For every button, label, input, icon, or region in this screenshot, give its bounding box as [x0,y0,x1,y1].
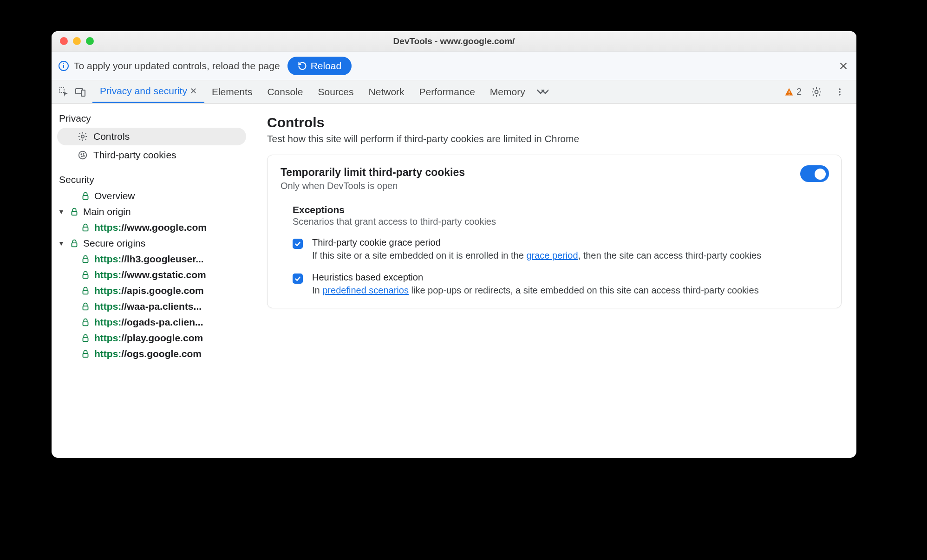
exception-title: Third-party cookie grace period [312,237,761,248]
inspect-element-icon[interactable] [55,84,72,100]
lock-icon [80,191,91,201]
exception-heuristics: Heuristics based exception In predefined… [293,272,828,297]
cookie-controls-card: Temporarily limit third-party cookies On… [267,155,842,308]
close-tab-icon[interactable]: ✕ [190,86,197,96]
devtools-window: DevTools - www.google.com/ To apply your… [52,31,856,458]
settings-icon[interactable] [808,84,825,100]
origin-row[interactable]: https://ogads-pa.clien... [52,314,252,330]
tab-network[interactable]: Network [361,80,412,103]
exception-title: Heuristics based exception [312,272,759,283]
limit-cookies-toggle[interactable] [801,166,828,181]
svg-point-11 [839,88,841,90]
reload-icon [298,61,307,71]
more-tabs-button[interactable] [533,88,552,96]
panel-tabs: Privacy and security ✕ Elements Console … [92,80,552,103]
origin-row[interactable]: https://ogs.google.com [52,346,252,362]
sidebar-section-security: Security [52,170,252,188]
card-title: Temporarily limit third-party cookies [281,166,465,179]
traffic-lights [60,37,94,45]
sidebar-item-overview[interactable]: Overview [52,188,252,204]
tab-elements[interactable]: Elements [204,80,260,103]
page-title: Controls [267,115,842,130]
sidebar: Privacy Controls Third-party cookies Sec… [52,104,252,458]
lock-icon [80,333,91,343]
close-infobar-button[interactable] [837,59,850,72]
sidebar-item-main-origin[interactable]: ▼ Main origin [52,204,252,220]
svg-rect-27 [83,306,88,310]
page-subtitle: Test how this site will perform if third… [267,133,842,144]
titlebar: DevTools - www.google.com/ [52,31,856,52]
lock-icon [80,270,91,280]
lock-icon [80,349,91,359]
svg-rect-21 [72,211,77,215]
origin-row[interactable]: https://waa-pa.clients... [52,299,252,314]
svg-point-19 [84,156,85,156]
lock-icon [80,254,91,264]
exception-grace-period: Third-party cookie grace period If this … [293,237,828,262]
lock-icon [80,317,91,327]
lock-icon [69,207,79,217]
origin-row[interactable]: https://www.google.com [52,220,252,235]
card-subtitle: Only when DevTools is open [281,181,465,191]
sidebar-item-secure-origins[interactable]: ▼ Secure origins [52,235,252,251]
svg-point-14 [81,135,84,138]
svg-point-2 [63,63,64,64]
svg-rect-22 [83,227,88,231]
reload-infobar: To apply your updated controls, reload t… [52,52,856,80]
reload-label: Reload [311,60,342,72]
svg-point-18 [81,156,82,157]
svg-point-10 [815,90,818,93]
grace-period-link[interactable]: grace period [526,250,578,260]
svg-rect-20 [83,195,88,199]
minimize-window-button[interactable] [73,37,81,45]
lock-icon [80,222,91,233]
info-icon [58,60,69,72]
tab-memory[interactable]: Memory [483,80,533,103]
svg-point-12 [839,91,841,93]
collapse-icon[interactable]: ▼ [57,240,65,247]
origin-row[interactable]: https://apis.google.com [52,283,252,299]
device-toolbar-icon[interactable] [72,84,89,100]
lock-icon [80,286,91,296]
svg-rect-23 [72,243,77,247]
panel-body: Privacy Controls Third-party cookies Sec… [52,104,856,458]
svg-rect-30 [83,353,88,357]
sidebar-item-controls[interactable]: Controls [57,128,246,145]
exceptions-subtitle: Scenarios that grant access to third-par… [293,216,828,227]
svg-point-13 [839,94,841,96]
tab-sources[interactable]: Sources [311,80,361,103]
more-options-icon[interactable] [831,84,848,100]
tab-performance[interactable]: Performance [412,80,483,103]
grace-period-checkbox[interactable] [293,239,303,249]
svg-rect-25 [83,274,88,278]
collapse-icon[interactable]: ▼ [57,208,65,215]
svg-rect-26 [83,290,88,294]
predefined-scenarios-link[interactable]: predefined scenarios [322,285,409,295]
maximize-window-button[interactable] [86,37,94,45]
svg-rect-9 [789,94,790,95]
close-window-button[interactable] [60,37,68,45]
lock-icon [80,301,91,312]
origin-row[interactable]: https://lh3.googleuser... [52,251,252,267]
origin-row[interactable]: https://www.gstatic.com [52,267,252,283]
gear-icon [78,131,88,142]
sidebar-item-third-party-cookies[interactable]: Third-party cookies [57,146,246,164]
svg-rect-24 [83,259,88,262]
sidebar-section-privacy: Privacy [52,109,252,127]
svg-rect-5 [59,88,64,92]
lock-icon [69,238,79,248]
exceptions-title: Exceptions [293,204,828,215]
window-title: DevTools - www.google.com/ [52,36,856,46]
issues-counter[interactable]: 2 [784,86,802,97]
toolbar-right: 2 [784,84,853,100]
infobar-text: To apply your updated controls, reload t… [74,60,280,72]
cookie-icon [78,150,88,160]
heuristics-checkbox[interactable] [293,273,303,284]
exception-description: If this site or a site embedded on it is… [312,249,761,262]
svg-rect-29 [83,338,88,341]
reload-button[interactable]: Reload [287,57,352,75]
tab-privacy-security[interactable]: Privacy and security ✕ [92,80,204,103]
tab-console[interactable]: Console [260,80,310,103]
exception-description: In predefined scenarios like pop-ups or … [312,284,759,297]
origin-row[interactable]: https://play.google.com [52,330,252,346]
